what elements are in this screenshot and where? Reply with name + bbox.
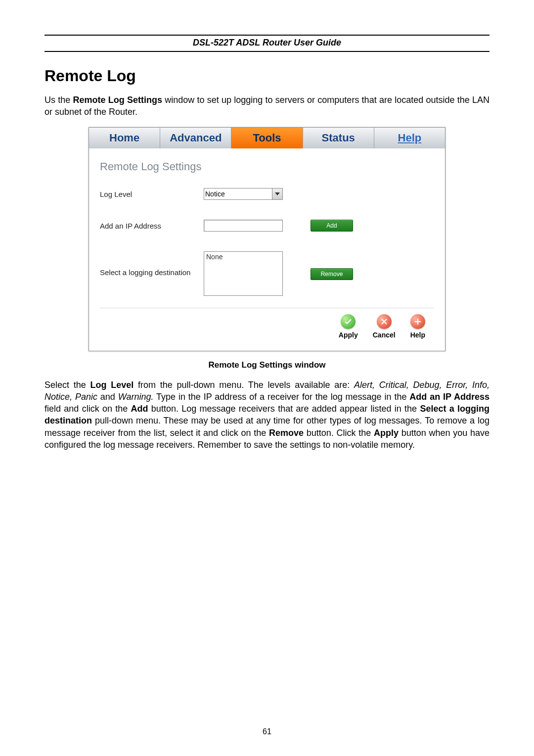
tab-help[interactable]: Help (374, 128, 445, 148)
remove-button[interactable]: Remove (311, 268, 353, 280)
logging-destination-listbox[interactable]: None (204, 251, 283, 296)
settings-panel: Remote Log Settings Log Level Notice Add… (89, 148, 445, 351)
page-number: 61 (0, 727, 534, 736)
tab-tools[interactable]: Tools (231, 128, 303, 148)
section-title: Remote Log (44, 67, 490, 85)
apply-label: Apply (339, 331, 358, 339)
body-b1: Log Level (90, 380, 134, 390)
ip-address-input[interactable] (204, 220, 283, 232)
chevron-down-icon (272, 189, 282, 199)
cancel-label: Cancel (373, 331, 396, 339)
help-button[interactable]: Help (410, 314, 425, 339)
body-t8: button. Click the (307, 428, 374, 438)
help-label: Help (410, 331, 425, 339)
body-t6: button. Log message receivers that are a… (151, 404, 420, 414)
body-t2: from the pull-down menu. The levels avai… (138, 380, 354, 390)
panel-footer: Apply Cancel Help (100, 308, 434, 346)
figure-caption: Remote Log Settings window (44, 360, 490, 370)
plus-icon (410, 314, 425, 329)
body-b3: Add (131, 404, 148, 414)
body-t3: and (100, 392, 118, 402)
body-t1: Select the (44, 380, 90, 390)
panel-title: Remote Log Settings (100, 160, 434, 173)
log-level-select[interactable]: Notice (204, 188, 283, 200)
row-select-dest: Select a logging destination None Remove (100, 251, 434, 296)
row-add-ip: Add an IP Address Add (100, 220, 434, 232)
doc-header-title: DSL-522T ADSL Router User Guide (44, 38, 490, 48)
intro-text-bold: Remote Log Settings (73, 95, 163, 105)
log-level-selected-value: Notice (205, 190, 225, 198)
body-i2: Warning. (118, 392, 154, 402)
row-log-level: Log Level Notice (100, 188, 434, 200)
tab-bar: Home Advanced Tools Status Help (89, 128, 445, 148)
tab-advanced[interactable]: Advanced (160, 128, 231, 148)
body-b5: Remove (269, 428, 304, 438)
intro-paragraph: Us the Remote Log Settings window to set… (44, 94, 490, 118)
body-t5: field and click on the (44, 404, 131, 414)
body-paragraph: Select the Log Level from the pull-down … (44, 379, 490, 451)
label-log-level: Log Level (100, 188, 204, 198)
body-b6: Apply (374, 428, 399, 438)
listbox-item-none[interactable]: None (206, 253, 280, 261)
header-rule-bottom (44, 51, 490, 52)
body-b2: Add an IP Address (409, 392, 490, 402)
body-t4: Type in the IP address of a receiver for… (156, 392, 409, 402)
check-icon (341, 314, 356, 329)
intro-text-pre: Us the (44, 95, 73, 105)
cancel-button[interactable]: Cancel (373, 314, 396, 339)
add-button[interactable]: Add (311, 220, 353, 232)
label-add-ip: Add an IP Address (100, 220, 204, 230)
close-icon (377, 314, 392, 329)
router-settings-window: Home Advanced Tools Status Help Remote L… (89, 127, 445, 351)
header-rule-top (44, 35, 490, 36)
tab-home[interactable]: Home (89, 128, 160, 148)
document-page: DSL-522T ADSL Router User Guide Remote L… (0, 0, 534, 756)
tab-status[interactable]: Status (303, 128, 374, 148)
label-select-dest: Select a logging destination (100, 251, 204, 277)
apply-button[interactable]: Apply (339, 314, 358, 339)
